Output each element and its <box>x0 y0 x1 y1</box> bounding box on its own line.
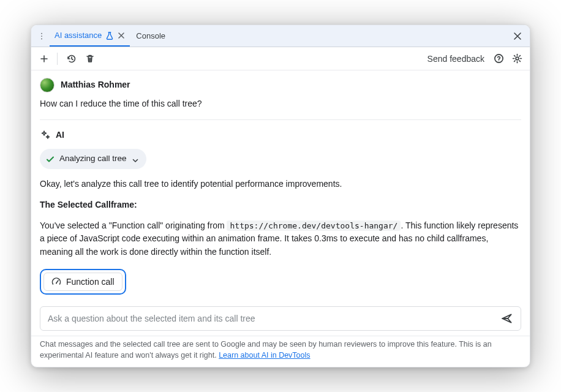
tab-ai-assistance[interactable]: AI assistance <box>50 25 130 47</box>
svg-point-2 <box>41 38 42 39</box>
ai-body: You've selected a "Function call" origin… <box>40 219 521 259</box>
delete-button[interactable] <box>82 51 98 67</box>
close-tab-button[interactable] <box>118 32 125 39</box>
tab-label: AI assistance <box>55 31 102 40</box>
new-chat-button[interactable] <box>36 51 52 67</box>
devtools-panel: AI assistance Console Send feedback <box>31 24 530 368</box>
tab-console[interactable]: Console <box>131 25 170 47</box>
ai-section-heading: The Selected Callframe: <box>40 200 137 209</box>
svg-point-0 <box>41 32 42 34</box>
svg-point-6 <box>56 282 57 284</box>
tab-bar: AI assistance Console <box>31 25 530 47</box>
history-button[interactable] <box>64 51 80 67</box>
settings-button[interactable] <box>509 51 525 67</box>
toolbar-separator <box>57 53 58 65</box>
ai-label: AI <box>56 129 64 142</box>
gauge-icon <box>51 277 61 287</box>
avatar <box>40 78 55 92</box>
send-feedback-link[interactable]: Send feedback <box>424 51 488 66</box>
input-bar <box>40 306 521 331</box>
user-question: How can I reduce the time of this call t… <box>40 97 521 111</box>
toolbar: Send feedback <box>31 47 530 70</box>
function-call-highlight: Function call <box>40 269 126 295</box>
chat-input[interactable] <box>48 314 499 323</box>
help-button[interactable] <box>491 51 506 67</box>
chat-body: Matthias Rohmer How can I reduce the tim… <box>31 70 530 299</box>
analysis-chip[interactable]: Analyzing call tree <box>40 149 146 169</box>
check-icon <box>46 155 55 164</box>
user-name: Matthias Rohmer <box>61 78 130 92</box>
ai-text: Okay, let's analyze this call tree to id… <box>40 178 521 258</box>
tab-label: Console <box>136 31 165 40</box>
function-call-label: Function call <box>66 277 115 287</box>
disclaimer: Chat messages and the selected call tree… <box>31 336 530 367</box>
svg-point-1 <box>41 36 42 37</box>
sparkle-icon <box>40 130 51 141</box>
send-button[interactable] <box>499 310 516 327</box>
more-tabs-button[interactable] <box>35 29 48 43</box>
code-url: https://chrome.dev/devtools-hangar/ <box>227 221 401 231</box>
close-panel-button[interactable] <box>509 28 526 45</box>
function-call-button[interactable]: Function call <box>43 273 122 291</box>
svg-point-4 <box>498 61 499 61</box>
chip-label: Analyzing call tree <box>59 153 127 165</box>
ai-intro: Okay, let's analyze this call tree to id… <box>40 178 521 191</box>
chevron-down-icon <box>132 156 139 163</box>
svg-point-5 <box>516 57 519 60</box>
user-message: Matthias Rohmer How can I reduce the tim… <box>40 78 521 120</box>
ai-message: AI Analyzing call tree Okay, let's analy… <box>40 120 521 295</box>
flask-icon <box>105 31 114 40</box>
learn-more-link[interactable]: Learn about AI in DevTools <box>219 351 310 360</box>
